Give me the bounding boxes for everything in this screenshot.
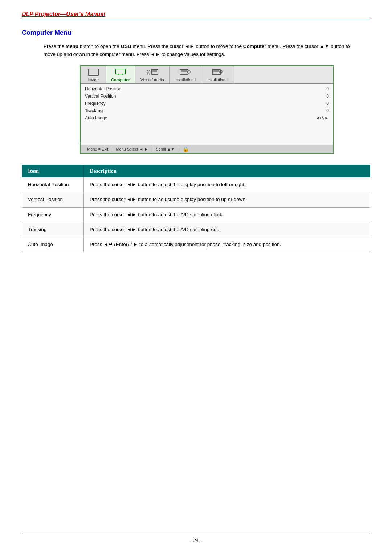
table-cell-desc: Press the cursor ◄► button to adjust the…: [84, 222, 370, 237]
table-cell-item: Tracking: [22, 222, 84, 237]
table-header-item: Item: [22, 165, 84, 177]
tab-video-label: Video / Audio: [140, 78, 164, 82]
table-row: Auto Image Press ◄↵ (Enter) / ► to autom…: [22, 237, 370, 252]
table-row: Frequency Press the cursor ◄► button to …: [22, 207, 370, 222]
osd-label-tracking: Tracking: [85, 108, 103, 113]
table-header-description: Description: [84, 165, 370, 177]
osd-value-vpos: 0: [326, 94, 329, 99]
tab-install2-label: Installation II: [206, 78, 229, 82]
tab-installation-i[interactable]: Installation I: [170, 66, 201, 83]
section-title: Computer Menu: [22, 29, 370, 37]
footer-rule: [22, 534, 370, 534]
install1-tab-icon: [179, 68, 191, 77]
osd-row-freq: Frequency 0: [85, 100, 329, 107]
osd-footer-lock: 🔒: [179, 146, 192, 152]
computer-tab-icon: [115, 68, 126, 77]
intro-paragraph: Press the Menu button to open the OSD me…: [44, 42, 363, 58]
table-cell-desc: Press the cursor ◄► button to adjust the…: [84, 207, 370, 222]
svg-rect-0: [88, 69, 98, 75]
table-cell-desc: Press ◄↵ (Enter) / ► to automatically ad…: [84, 237, 370, 252]
osd-menu-box: Image Computer ((: [80, 65, 334, 154]
osd-label-hpos: Horizontal Position: [85, 86, 121, 91]
osd-footer: Menu = Exit Menu Select ◄ ► Scroll ▲▼ 🔒: [81, 145, 333, 153]
osd-row-tracking: Tracking 0: [85, 107, 329, 114]
table-cell-desc: Press the cursor ◄► button to adjust the…: [84, 192, 370, 207]
install2-tab-icon: [212, 68, 223, 77]
osd-tabs: Image Computer ((: [81, 66, 333, 84]
osd-value-freq: 0: [326, 101, 329, 106]
osd-footer-menu-select: Menu Select ◄ ►: [112, 147, 152, 151]
image-tab-icon: [87, 68, 99, 77]
osd-row-autoimage: Auto Image ◄↵/►: [85, 114, 329, 122]
table-cell-item: Auto Image: [22, 237, 84, 252]
table-row: Horizontal Position Press the cursor ◄► …: [22, 177, 370, 192]
video-tab-icon: ((: [146, 68, 158, 77]
osd-label-freq: Frequency: [85, 101, 106, 106]
osd-value-tracking: 0: [326, 108, 329, 113]
osd-label-vpos: Vertical Position: [85, 94, 116, 99]
svg-text:((: ((: [147, 69, 150, 75]
table-cell-item: Horizontal Position: [22, 177, 84, 192]
header-title: DLP Projector—User's Manual: [22, 11, 370, 17]
osd-menu-items: Horizontal Position 0 Vertical Position …: [81, 84, 333, 145]
tab-image-label: Image: [87, 78, 99, 82]
osd-value-autoimage: ◄↵/►: [315, 115, 329, 120]
tab-install1-label: Installation I: [175, 78, 196, 82]
table-cell-item: Frequency: [22, 207, 84, 222]
tab-video-audio[interactable]: (( Video / Audio: [135, 66, 170, 83]
table-cell-item: Vertical Position: [22, 192, 84, 207]
page-number: – 24 –: [0, 538, 392, 543]
osd-spacer: [85, 122, 329, 143]
osd-row-vpos: Vertical Position 0: [85, 93, 329, 100]
table-row: Vertical Position Press the cursor ◄► bu…: [22, 192, 370, 207]
osd-label-autoimage: Auto Image: [85, 115, 107, 120]
tab-image[interactable]: Image: [81, 66, 106, 83]
osd-row-hpos: Horizontal Position 0: [85, 85, 329, 93]
table-cell-desc: Press the cursor ◄► button to adjust the…: [84, 177, 370, 192]
tab-computer[interactable]: Computer: [106, 66, 135, 83]
svg-rect-1: [116, 69, 125, 74]
header-rule: [22, 20, 370, 20]
osd-value-hpos: 0: [326, 86, 329, 91]
description-table: Item Description Horizontal Position Pre…: [22, 165, 370, 252]
table-row: Tracking Press the cursor ◄► button to a…: [22, 222, 370, 237]
osd-footer-menu-exit: Menu = Exit: [83, 147, 112, 151]
tab-installation-ii[interactable]: Installation II: [201, 66, 234, 83]
osd-footer-scroll: Scroll ▲▼: [152, 147, 179, 151]
tab-computer-label: Computer: [111, 78, 130, 82]
